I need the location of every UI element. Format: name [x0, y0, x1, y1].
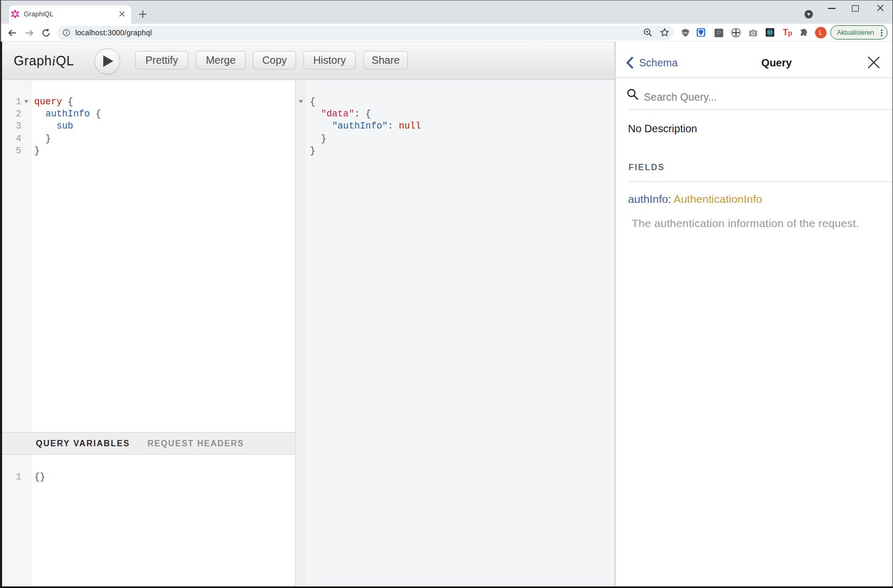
svg-text:uo: uo — [683, 31, 688, 34]
svg-text:P: P — [717, 29, 721, 37]
